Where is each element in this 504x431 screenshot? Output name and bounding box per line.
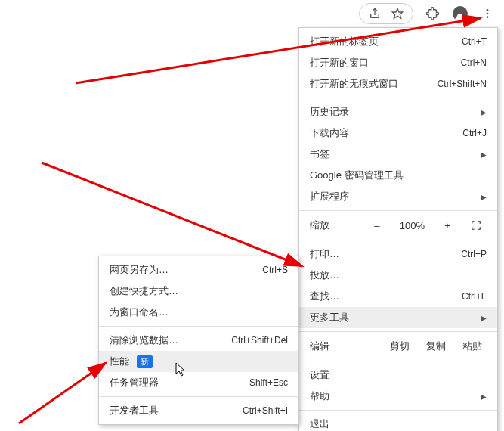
svg-point-3 — [487, 16, 489, 18]
menu-item-new-tab[interactable]: 打开新的标签页 Ctrl+T — [299, 31, 497, 52]
menu-label: 下载内容 — [310, 126, 452, 140]
profile-button[interactable] — [450, 3, 471, 24]
menu-item-settings[interactable]: 设置 — [299, 364, 497, 386]
svg-marker-0 — [392, 8, 402, 18]
menu-shortcut: Ctrl+Shift+I — [243, 405, 288, 416]
menu-shortcut: Ctrl+P — [461, 249, 487, 259]
browser-toolbar — [0, 0, 504, 27]
zoom-out-button[interactable]: – — [366, 217, 388, 234]
menu-shortcut: Ctrl+N — [461, 57, 487, 68]
zoom-in-button[interactable]: + — [437, 217, 458, 234]
menu-label: 缩放 — [310, 219, 359, 232]
menu-shortcut: Ctrl+T — [462, 36, 487, 47]
share-icon[interactable] — [367, 6, 382, 21]
menu-item-edit: 编辑 剪切 复制 粘贴 — [299, 335, 497, 358]
menu-label: 任务管理器 — [110, 376, 239, 389]
menu-label: 打开新的标签页 — [310, 35, 451, 48]
menu-shortcut: Ctrl+F — [462, 291, 487, 302]
menu-shortcut: Ctrl+Shift+Del — [231, 335, 288, 346]
menu-label: 扩展程序 — [310, 190, 470, 203]
submenu-item-save-as[interactable]: 网页另存为… Ctrl+S — [99, 259, 298, 281]
extensions-button[interactable] — [422, 3, 444, 24]
menu-shortcut: Shift+Esc — [249, 377, 288, 388]
menu-kebab-icon — [481, 8, 493, 20]
menu-label: 帮助 — [310, 389, 470, 403]
menu-item-cast[interactable]: 投放… — [299, 265, 497, 286]
menu-label: 设置 — [310, 368, 487, 382]
menu-item-exit[interactable]: 退出 — [299, 414, 497, 431]
menu-item-downloads[interactable]: 下载内容 Ctrl+J — [299, 122, 497, 144]
menu-item-new-window[interactable]: 打开新的窗口 Ctrl+N — [299, 52, 497, 73]
menu-button[interactable] — [477, 3, 498, 24]
star-icon[interactable] — [390, 6, 405, 21]
menu-separator — [299, 98, 497, 98]
menu-separator — [299, 240, 497, 240]
menu-shortcut: Ctrl+J — [462, 128, 487, 138]
menu-label: 清除浏览数据… — [110, 333, 221, 347]
submenu-arrow-icon: ▶ — [481, 392, 487, 401]
submenu-arrow-icon: ▶ — [481, 150, 487, 159]
submenu-item-clear-data[interactable]: 清除浏览数据… Ctrl+Shift+Del — [99, 330, 298, 351]
menu-label: 打印… — [310, 247, 450, 261]
submenu-item-create-shortcut[interactable]: 创建快捷方式… — [99, 281, 298, 302]
menu-label: 退出 — [310, 417, 487, 431]
address-bar-end — [359, 3, 413, 24]
more-tools-submenu: 网页另存为… Ctrl+S 创建快捷方式… 为窗口命名… 清除浏览数据… Ctr… — [98, 256, 299, 425]
submenu-arrow-icon: ▶ — [481, 193, 487, 201]
menu-separator — [99, 326, 298, 327]
svg-line-6 — [19, 363, 106, 423]
submenu-item-name-window[interactable]: 为窗口命名… — [99, 302, 298, 323]
menu-label: 更多工具 — [310, 311, 470, 324]
menu-label: Google 密码管理工具 — [310, 169, 487, 182]
edit-copy-button[interactable]: 复制 — [422, 338, 450, 355]
menu-shortcut: Ctrl+S — [262, 265, 288, 275]
browser-main-menu: 打开新的标签页 Ctrl+T 打开新的窗口 Ctrl+N 打开新的无痕式窗口 C… — [298, 27, 498, 431]
menu-label: 打开新的窗口 — [310, 56, 450, 70]
menu-separator — [299, 410, 497, 411]
menu-separator — [299, 210, 497, 211]
menu-item-history[interactable]: 历史记录 ▶ — [299, 101, 497, 122]
svg-point-1 — [487, 9, 489, 11]
menu-label: 书签 — [310, 147, 470, 161]
menu-label: 网页另存为… — [110, 263, 252, 277]
submenu-item-dev-tools[interactable]: 开发者工具 Ctrl+Shift+I — [99, 400, 298, 421]
menu-item-help[interactable]: 帮助 ▶ — [299, 386, 497, 407]
menu-separator — [299, 331, 497, 332]
menu-label: 开发者工具 — [110, 404, 232, 417]
new-badge: 新 — [137, 355, 153, 368]
svg-line-5 — [42, 163, 302, 266]
submenu-arrow-icon: ▶ — [481, 314, 487, 322]
menu-shortcut: Ctrl+Shift+N — [438, 79, 487, 89]
menu-item-passwords[interactable]: Google 密码管理工具 — [299, 165, 497, 186]
svg-point-2 — [487, 13, 489, 15]
menu-label: 性能 新 — [110, 355, 288, 368]
profile-avatar-icon — [453, 6, 468, 21]
menu-item-new-incognito[interactable]: 打开新的无痕式窗口 Ctrl+Shift+N — [299, 73, 497, 95]
menu-item-print[interactable]: 打印… Ctrl+P — [299, 243, 497, 265]
menu-label: 创建快捷方式… — [110, 284, 288, 298]
menu-label: 历史记录 — [310, 105, 470, 119]
submenu-arrow-icon: ▶ — [481, 108, 487, 116]
menu-label: 编辑 — [310, 340, 378, 353]
submenu-item-performance[interactable]: 性能 新 — [99, 351, 298, 372]
menu-item-zoom: 缩放 – 100% + — [299, 214, 497, 237]
zoom-value: 100% — [395, 217, 429, 234]
menu-item-bookmarks[interactable]: 书签 ▶ — [299, 144, 497, 165]
menu-separator — [299, 361, 497, 361]
menu-label: 为窗口命名… — [110, 305, 288, 319]
menu-label: 投放… — [310, 268, 487, 282]
fullscreen-icon[interactable] — [465, 217, 487, 234]
menu-separator — [99, 396, 298, 397]
edit-paste-button[interactable]: 粘贴 — [458, 338, 487, 355]
menu-item-find[interactable]: 查找… Ctrl+F — [299, 286, 497, 307]
menu-item-more-tools[interactable]: 更多工具 ▶ — [299, 307, 497, 328]
menu-label: 打开新的无痕式窗口 — [310, 77, 427, 91]
menu-item-extensions[interactable]: 扩展程序 ▶ — [299, 186, 497, 207]
edit-cut-button[interactable]: 剪切 — [385, 338, 414, 355]
submenu-item-task-manager[interactable]: 任务管理器 Shift+Esc — [99, 372, 298, 393]
perf-label-text: 性能 — [110, 355, 129, 367]
menu-label: 查找… — [310, 290, 451, 303]
